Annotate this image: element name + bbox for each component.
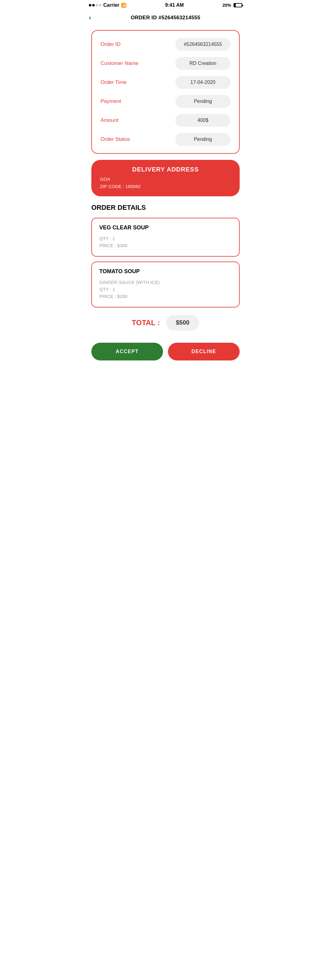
battery-fill	[234, 4, 236, 7]
back-button[interactable]: ‹	[89, 14, 91, 22]
delivery-address-title: DELIVERY ADDRESS	[100, 166, 231, 173]
order-info-card: Order ID #5264563214555 Customer Name RD…	[91, 30, 240, 154]
signal-dot-2	[92, 4, 95, 6]
customer-name-row: Customer Name RD Creation	[101, 57, 230, 70]
item-1-qty: QTY : 1	[99, 236, 232, 241]
customer-name-label: Customer Name	[101, 60, 175, 67]
main-content: Order ID #5264563214555 Customer Name RD…	[83, 25, 248, 373]
status-right: 20%	[222, 3, 242, 8]
accept-button[interactable]: ACCEPT	[91, 343, 163, 360]
total-value: $500	[166, 315, 200, 331]
order-id-row: Order ID #5264563214555	[101, 38, 230, 51]
item-1-price: PRICE : $300	[99, 243, 232, 248]
order-status-row: Order Status Pending	[101, 133, 230, 146]
status-time: 9:41 AM	[165, 2, 184, 8]
status-left: Carrier 📶	[89, 2, 126, 8]
item-1-name: VEG CLEAR SOUP	[99, 224, 232, 231]
status-bar: Carrier 📶 9:41 AM 20%	[83, 0, 248, 10]
payment-label: Payment	[101, 98, 175, 105]
payment-value: Pending	[175, 95, 230, 108]
total-row: TOTAL : $500	[91, 315, 240, 331]
carrier-label: Carrier	[103, 2, 119, 8]
amount-value: 400$	[175, 114, 230, 127]
customer-name-value: RD Creation	[175, 57, 230, 70]
signal-dots	[89, 4, 101, 6]
item-2-qty: QTY : 1	[99, 286, 232, 292]
signal-dot-1	[89, 4, 91, 6]
order-details-title: ORDER DETAILS	[91, 204, 240, 212]
order-time-row: Order Time 17-04-2020	[101, 76, 230, 89]
order-id-value: #5264563214555	[175, 38, 230, 51]
battery-percent: 20%	[222, 3, 231, 8]
page-title: ORDER ID #5264563214555	[131, 15, 200, 21]
signal-dot-4	[99, 4, 101, 6]
order-status-value: Pending	[175, 133, 230, 146]
delivery-address-city: GOA ZIP CODE : 160062	[100, 175, 231, 190]
item-2-price: PRICE : $200	[99, 294, 232, 299]
delivery-address-section[interactable]: DELIVERY ADDRESS GOA ZIP CODE : 160062	[91, 160, 240, 196]
page-header: ‹ ORDER ID #5264563214555	[83, 10, 248, 25]
total-label: TOTAL :	[132, 318, 160, 327]
item-2-name: TOMATO SOUP	[99, 268, 232, 275]
payment-row: Payment Pending	[101, 95, 230, 108]
action-buttons: ACCEPT DECLINE	[91, 338, 240, 368]
order-status-label: Order Status	[101, 136, 175, 142]
order-time-label: Order Time	[101, 79, 175, 86]
delivery-city: GOA	[100, 177, 110, 181]
order-item-1: VEG CLEAR SOUP QTY : 1 PRICE : $300	[91, 218, 240, 257]
battery-icon	[233, 3, 242, 7]
order-id-label: Order ID	[101, 41, 175, 48]
item-2-variant: GINGER SAUCE (WITH ICE)	[99, 280, 232, 285]
order-item-2: TOMATO SOUP GINGER SAUCE (WITH ICE) QTY …	[91, 261, 240, 307]
signal-dot-3	[96, 4, 98, 6]
order-time-value: 17-04-2020	[175, 76, 230, 89]
amount-row: Amount 400$	[101, 114, 230, 127]
decline-button[interactable]: DECLINE	[168, 343, 240, 360]
amount-label: Amount	[101, 117, 175, 123]
wifi-icon: 📶	[121, 3, 126, 8]
delivery-zip: ZIP CODE : 160062	[100, 184, 141, 189]
